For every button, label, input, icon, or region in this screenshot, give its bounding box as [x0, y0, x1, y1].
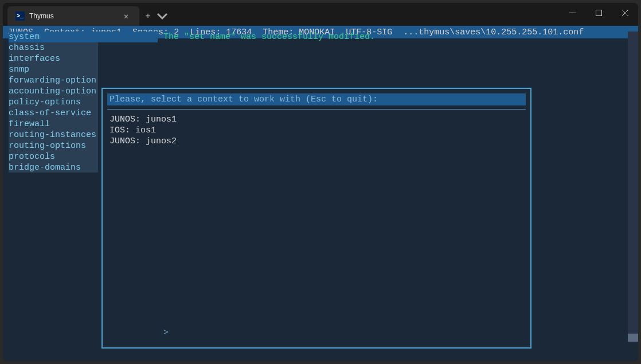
close-window-button[interactable] — [612, 3, 638, 22]
status-filepath: ...thymus\saves\10.255.255.101.conf — [403, 27, 584, 38]
context-item-junos1[interactable]: JUNOS: junos1 — [110, 114, 526, 125]
scrollbar-thumb[interactable] — [628, 334, 638, 342]
sidebar-item-snmp[interactable]: snmp — [9, 64, 158, 75]
window-frame: >_ Thymus ✕ + The "set name" was success… — [3, 3, 638, 361]
minimize-button[interactable] — [559, 3, 585, 22]
svg-rect-1 — [596, 10, 601, 15]
terminal-tab[interactable]: >_ Thymus ✕ — [7, 6, 139, 26]
sidebar-item-system[interactable]: system — [9, 32, 158, 42]
sidebar-item-interfaces[interactable]: interfaces — [9, 53, 158, 64]
maximize-button[interactable] — [585, 3, 612, 22]
sidebar-item-chassis[interactable]: chassis — [9, 42, 158, 53]
tab-dropdown-icon[interactable] — [157, 6, 168, 26]
context-list: JUNOS: junos1 IOS: ios1 JUNOS: junos2 — [107, 114, 526, 147]
context-selector-modal: Please, select a context to work with (E… — [101, 88, 531, 349]
scrollbar-track[interactable] — [628, 32, 638, 342]
powershell-icon: >_ — [15, 11, 25, 21]
window-controls — [559, 3, 638, 22]
modal-divider — [107, 109, 526, 109]
new-tab-button[interactable]: + — [139, 6, 157, 26]
tab-title: Thymus — [29, 12, 116, 20]
status-message: The "set name" was successfully modified… — [163, 32, 375, 42]
terminal-area: The "set name" was successfully modified… — [3, 26, 638, 361]
command-prompt[interactable]: > — [163, 327, 169, 338]
modal-title: Please, select a context to work with (E… — [107, 93, 526, 105]
context-item-ios1[interactable]: IOS: ios1 — [110, 125, 526, 136]
close-tab-icon[interactable]: ✕ — [121, 11, 131, 21]
title-bar: >_ Thymus ✕ + — [3, 3, 638, 26]
sidebar-item-forwarding-option[interactable]: forwarding-option — [9, 75, 158, 86]
context-item-junos2[interactable]: JUNOS: junos2 — [110, 136, 526, 147]
